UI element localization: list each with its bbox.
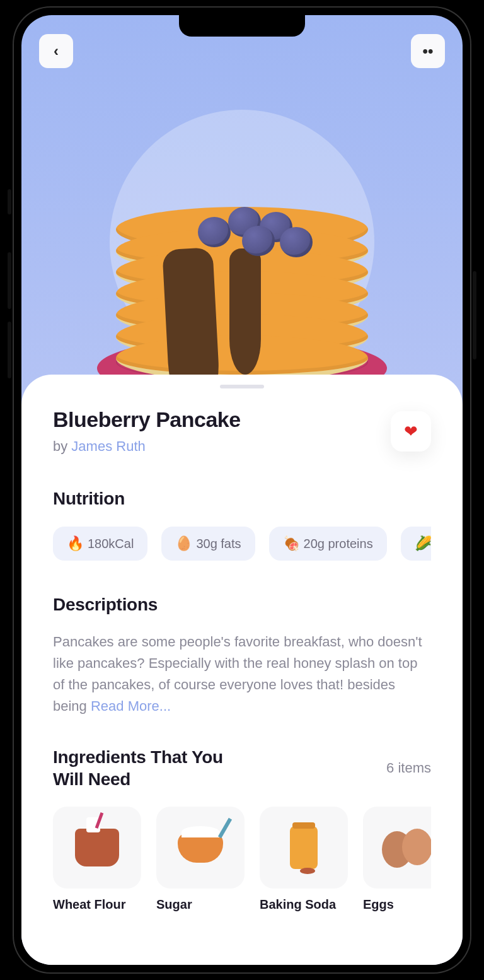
ingredient-label: Sugar [156, 897, 245, 912]
recipe-description: Pancakes are some people's favorite brea… [53, 631, 431, 717]
chevron-left-icon: ‹ [54, 42, 59, 60]
nutrition-chip-fats: 🥚 30g fats [161, 527, 255, 561]
app-screen: ‹ •• [21, 15, 463, 965]
ingredient-label: Eggs [363, 897, 431, 912]
recipe-title: Blueberry Pancake [53, 407, 241, 432]
chip-label: 20g proteins [304, 537, 373, 551]
ingredient-count: 6 items [386, 760, 431, 776]
nutrition-row[interactable]: 🔥 180kCal 🥚 30g fats 🍖 20g proteins 🌽 50 [53, 527, 431, 561]
favorite-button[interactable]: ❤ [391, 411, 431, 452]
section-descriptions: Descriptions [53, 595, 431, 615]
meat-icon: 🍖 [283, 535, 300, 552]
read-more-link[interactable]: Read More... [91, 698, 171, 714]
sheet-grabber[interactable] [220, 385, 264, 388]
ingredients-row[interactable]: Wheat Flour Sugar Baking Soda Eggs [53, 807, 431, 912]
recipe-author: by James Ruth [53, 438, 241, 455]
ingredient-item[interactable]: Wheat Flour [53, 807, 141, 912]
ingredient-label: Baking Soda [260, 897, 348, 912]
nutrition-chip-calories: 🔥 180kCal [53, 527, 147, 561]
silence-switch [8, 189, 11, 214]
ingredient-item[interactable]: Baking Soda [260, 807, 348, 912]
content-sheet[interactable]: Blueberry Pancake by James Ruth ❤ Nutrit… [21, 375, 463, 965]
sugar-icon [178, 832, 223, 863]
baking-soda-icon [290, 826, 318, 869]
eggs-icon [382, 829, 431, 866]
fire-icon: 🔥 [67, 535, 84, 552]
section-ingredients: Ingredients That You Will Need [53, 746, 255, 790]
heart-icon: ❤ [404, 422, 418, 441]
more-icon: •• [423, 42, 434, 60]
nutrition-chip-more: 🌽 50 [401, 527, 431, 561]
flour-icon [75, 829, 119, 866]
volume-down-button [8, 322, 11, 378]
corn-icon: 🌽 [415, 535, 431, 552]
section-nutrition: Nutrition [53, 489, 431, 509]
ingredient-label: Wheat Flour [53, 897, 141, 912]
chip-label: 30g fats [196, 537, 241, 551]
ingredient-item[interactable]: Eggs [363, 807, 431, 912]
chip-label: 180kCal [88, 537, 134, 551]
volume-up-button [8, 252, 11, 309]
hero-illustration [21, 110, 463, 375]
author-link[interactable]: James Ruth [71, 438, 145, 454]
notch [179, 15, 305, 37]
egg-icon: 🥚 [175, 535, 192, 552]
by-label: by [53, 438, 71, 454]
more-button[interactable]: •• [411, 34, 445, 68]
phone-frame: ‹ •• [13, 6, 471, 974]
ingredient-item[interactable]: Sugar [156, 807, 245, 912]
power-button [473, 271, 476, 359]
nutrition-chip-proteins: 🍖 20g proteins [269, 527, 387, 561]
back-button[interactable]: ‹ [39, 34, 73, 68]
topbar: ‹ •• [21, 34, 463, 68]
